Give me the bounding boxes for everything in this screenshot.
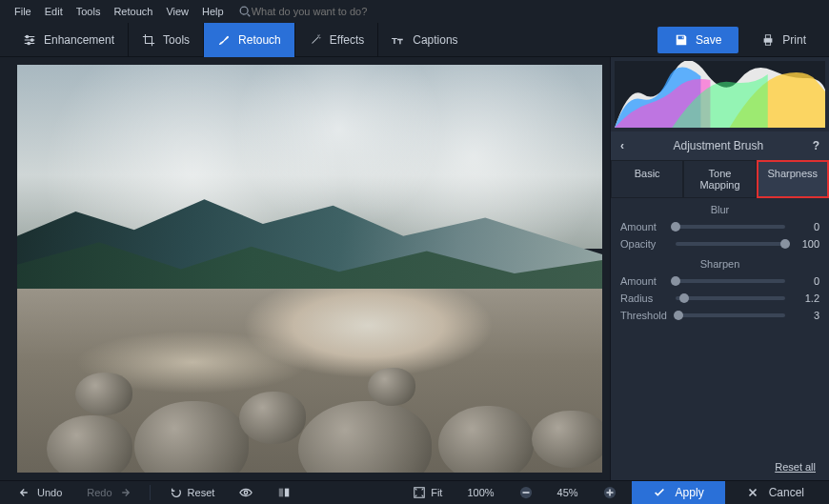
save-icon bbox=[675, 33, 688, 47]
tab-label: Tools bbox=[163, 33, 190, 47]
svg-rect-18 bbox=[522, 492, 529, 494]
crop-icon bbox=[142, 33, 155, 47]
save-button[interactable]: Save bbox=[657, 27, 738, 53]
slider-track[interactable] bbox=[676, 225, 785, 229]
save-label: Save bbox=[696, 33, 721, 47]
slider-blur-amount: Amount 0 bbox=[611, 218, 829, 235]
panel-title: Adjustment Brush bbox=[624, 139, 813, 152]
menu-retouch[interactable]: Retouch bbox=[107, 6, 159, 17]
cancel-label: Cancel bbox=[769, 486, 804, 499]
panel-header: ‹ Adjustment Brush ? bbox=[611, 131, 829, 160]
slider-track[interactable] bbox=[676, 279, 785, 283]
redo-button[interactable]: Redo bbox=[77, 482, 139, 503]
brush-icon bbox=[217, 33, 231, 47]
preview-button[interactable] bbox=[230, 482, 262, 503]
fit-button[interactable]: Fit bbox=[403, 482, 452, 503]
tab-retouch[interactable]: Retouch bbox=[204, 23, 295, 57]
tab-label: Enhancement bbox=[44, 33, 114, 47]
slider-thumb[interactable] bbox=[674, 311, 683, 320]
svg-rect-15 bbox=[285, 489, 289, 497]
canvas-image[interactable] bbox=[17, 65, 602, 473]
slider-track[interactable] bbox=[676, 242, 785, 246]
section-blur-title: Blur bbox=[611, 198, 829, 218]
tab-label: Retouch bbox=[238, 33, 281, 47]
fit-icon bbox=[413, 486, 426, 499]
section-sharpen-title: Sharpen bbox=[611, 252, 829, 272]
help-icon[interactable]: ? bbox=[813, 139, 819, 152]
apply-button[interactable]: Apply bbox=[632, 481, 725, 504]
svg-point-6 bbox=[30, 38, 33, 41]
slider-sharpen-threshold: Threshold 3 bbox=[611, 307, 829, 324]
print-button[interactable]: Print bbox=[748, 27, 819, 53]
sub-tab-basic[interactable]: Basic bbox=[611, 160, 683, 198]
slider-label: Opacity bbox=[620, 238, 670, 250]
slider-thumb[interactable] bbox=[671, 276, 680, 286]
reset-all-link[interactable]: Reset all bbox=[611, 454, 829, 480]
zoom-slider-value: 45% bbox=[548, 483, 588, 502]
slider-value: 1.2 bbox=[791, 292, 819, 304]
slider-track[interactable] bbox=[676, 313, 785, 317]
cancel-button[interactable]: Cancel bbox=[731, 481, 819, 504]
toolbar: Enhancement Tools Retouch Effects Tᴛ Cap… bbox=[0, 23, 829, 57]
compare-button[interactable] bbox=[268, 482, 300, 503]
search-input[interactable] bbox=[252, 6, 423, 17]
fit-label: Fit bbox=[431, 487, 442, 498]
compare-icon bbox=[277, 486, 291, 499]
slider-thumb[interactable] bbox=[679, 293, 689, 303]
svg-rect-14 bbox=[279, 489, 283, 497]
plus-icon bbox=[603, 486, 617, 499]
undo-button[interactable]: Undo bbox=[10, 482, 71, 503]
canvas-area bbox=[0, 57, 610, 480]
svg-text:Tᴛ: Tᴛ bbox=[392, 34, 403, 45]
tab-tools[interactable]: Tools bbox=[129, 23, 204, 57]
zoom-in-button[interactable] bbox=[594, 482, 626, 503]
minus-icon bbox=[519, 486, 533, 499]
svg-point-13 bbox=[245, 491, 249, 494]
search-icon bbox=[238, 5, 252, 18]
undo-label: Undo bbox=[37, 487, 62, 498]
reset-button[interactable]: Reset bbox=[160, 482, 225, 503]
print-icon bbox=[761, 33, 775, 47]
slider-label: Amount bbox=[620, 221, 670, 232]
menu-help[interactable]: Help bbox=[195, 6, 231, 17]
menu-edit[interactable]: Edit bbox=[38, 6, 70, 17]
slider-blur-opacity: Opacity 100 bbox=[611, 235, 829, 252]
tab-enhancement[interactable]: Enhancement bbox=[10, 23, 129, 57]
slider-value: 0 bbox=[791, 275, 819, 287]
tab-effects[interactable]: Effects bbox=[295, 23, 378, 57]
menu-file[interactable]: File bbox=[8, 6, 38, 17]
slider-label: Radius bbox=[620, 292, 670, 304]
slider-track[interactable] bbox=[676, 296, 785, 300]
svg-point-7 bbox=[28, 42, 30, 45]
slider-value: 100 bbox=[791, 238, 819, 250]
text-icon: Tᴛ bbox=[392, 33, 405, 47]
wand-icon bbox=[309, 33, 322, 47]
svg-line-8 bbox=[312, 36, 318, 43]
apply-label: Apply bbox=[676, 486, 704, 499]
histogram[interactable] bbox=[615, 61, 825, 128]
sub-tab-tone-mapping[interactable]: Tone Mapping bbox=[683, 160, 756, 198]
eye-icon bbox=[239, 486, 253, 499]
tab-captions[interactable]: Tᴛ Captions bbox=[378, 23, 471, 57]
sub-tab-sharpness[interactable]: Sharpness bbox=[757, 160, 829, 198]
slider-sharpen-amount: Amount 0 bbox=[611, 272, 829, 290]
search-wrap bbox=[238, 5, 423, 18]
svg-rect-21 bbox=[609, 490, 611, 496]
slider-value: 3 bbox=[791, 310, 819, 321]
sliders-icon bbox=[23, 33, 36, 47]
menu-view[interactable]: View bbox=[159, 6, 195, 17]
reset-icon bbox=[170, 486, 183, 499]
menubar: File Edit Tools Retouch View Help bbox=[0, 0, 829, 23]
slider-thumb[interactable] bbox=[671, 222, 680, 232]
svg-line-1 bbox=[247, 14, 250, 17]
redo-icon bbox=[117, 486, 131, 499]
check-icon bbox=[653, 486, 666, 499]
redo-label: Redo bbox=[87, 487, 111, 498]
bottombar: Undo Redo Reset Fit 100% 45% Apply Cance… bbox=[0, 480, 829, 504]
zoom-display[interactable]: 100% bbox=[457, 483, 503, 502]
zoom-out-button[interactable] bbox=[510, 482, 542, 503]
print-label: Print bbox=[782, 33, 806, 47]
slider-thumb[interactable] bbox=[780, 239, 790, 249]
svg-point-0 bbox=[240, 7, 248, 14]
menu-tools[interactable]: Tools bbox=[70, 6, 108, 17]
